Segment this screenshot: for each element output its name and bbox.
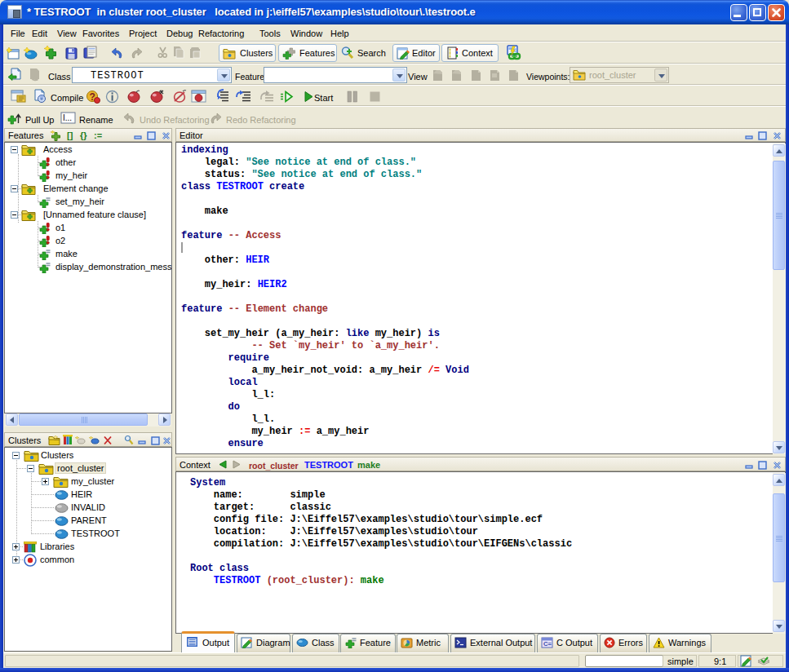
svg-text:C=: C= xyxy=(543,640,552,648)
svg-text:I...: I... xyxy=(63,113,72,122)
